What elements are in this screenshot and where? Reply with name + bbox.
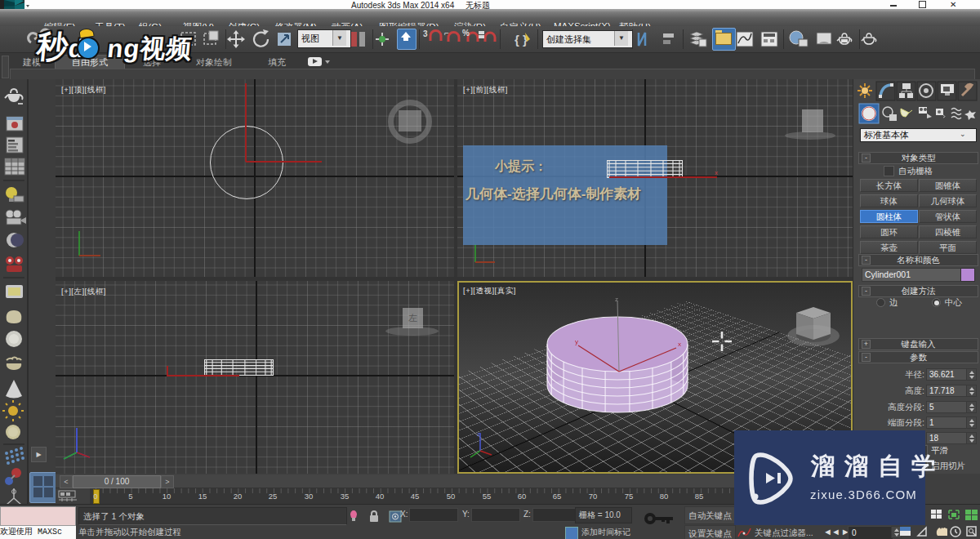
svg-text:x: x: [678, 341, 681, 348]
svg-text:%: %: [462, 29, 470, 38]
svg-text:y: y: [575, 338, 578, 345]
svg-text:3: 3: [423, 29, 428, 38]
svg-text:⌐: ⌐: [444, 29, 449, 38]
svg-text:z: z: [615, 296, 618, 303]
svg-text:z: z: [477, 431, 480, 437]
